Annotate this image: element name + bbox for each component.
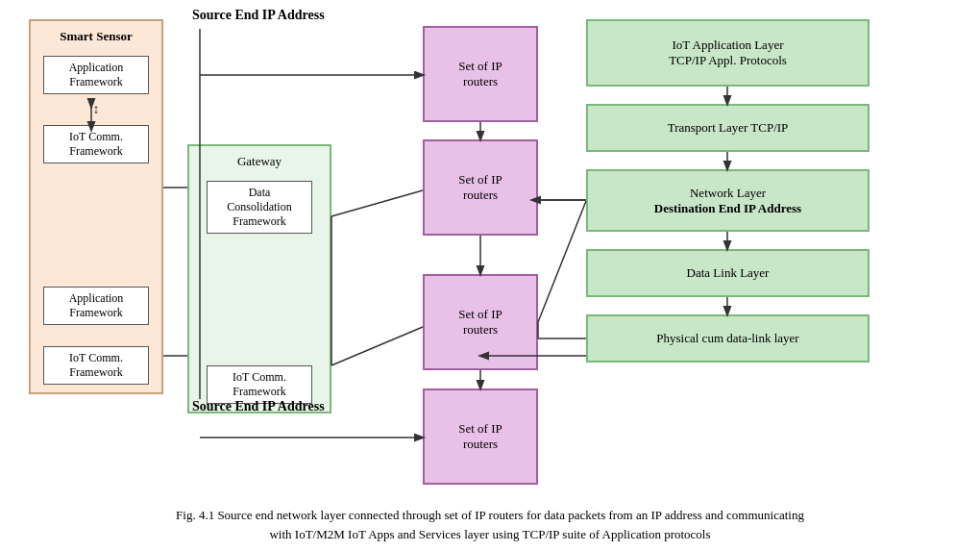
smart-sensor-title: Smart Sensor [60, 29, 132, 44]
iot-comm-2: IoT Comm.Framework [43, 346, 149, 385]
router-2: Set of IProuters [423, 139, 538, 236]
svg-line-6 [331, 327, 423, 365]
router-3: Set of IProuters [423, 274, 538, 370]
dest-ip-text: Destination End IP Address [654, 201, 801, 216]
network-layer-text: Network Layer [690, 186, 766, 201]
physical-layer: Physical cum data-link layer [586, 314, 870, 363]
arrow-1: ↕ [93, 102, 100, 117]
data-link-layer: Data Link Layer [586, 249, 870, 297]
transport-layer: Transport Layer TCP/IP [586, 104, 870, 152]
figure-caption: Fig. 4.1 Source end network layer connec… [0, 506, 980, 543]
gateway-box: Gateway DataConsolidationFramework IoT C… [187, 144, 331, 413]
source-label-bottom: Source End IP Address [192, 399, 325, 414]
gateway-title: Gateway [237, 154, 282, 169]
router-1: Set of IProuters [423, 26, 538, 122]
router-4: Set of IProuters [423, 388, 538, 485]
iot-comm-gateway: IoT Comm.Framework [207, 365, 312, 404]
app-framework-1: ApplicationFramework [43, 56, 149, 94]
iot-comm-1: IoT Comm.Framework [43, 125, 149, 163]
svg-line-11 [538, 201, 586, 322]
app-framework-2: ApplicationFramework [43, 287, 149, 325]
data-consolidation: DataConsolidationFramework [207, 181, 312, 234]
caption-line2: with IoT/M2M IoT Apps and Services layer… [38, 525, 942, 544]
source-label-top: Source End IP Address [192, 8, 325, 23]
svg-line-5 [331, 190, 423, 216]
diagram-area: Source End IP Address Smart Sensor Appli… [0, 0, 980, 490]
network-layer: Network Layer Destination End IP Address [586, 169, 870, 232]
smart-sensor-box: Smart Sensor ApplicationFramework ↕ IoT … [29, 19, 163, 394]
iot-app-layer: IoT Application LayerTCP/IP Appl. Protoc… [586, 19, 870, 87]
caption-line1: Fig. 4.1 Source end network layer connec… [38, 506, 942, 525]
